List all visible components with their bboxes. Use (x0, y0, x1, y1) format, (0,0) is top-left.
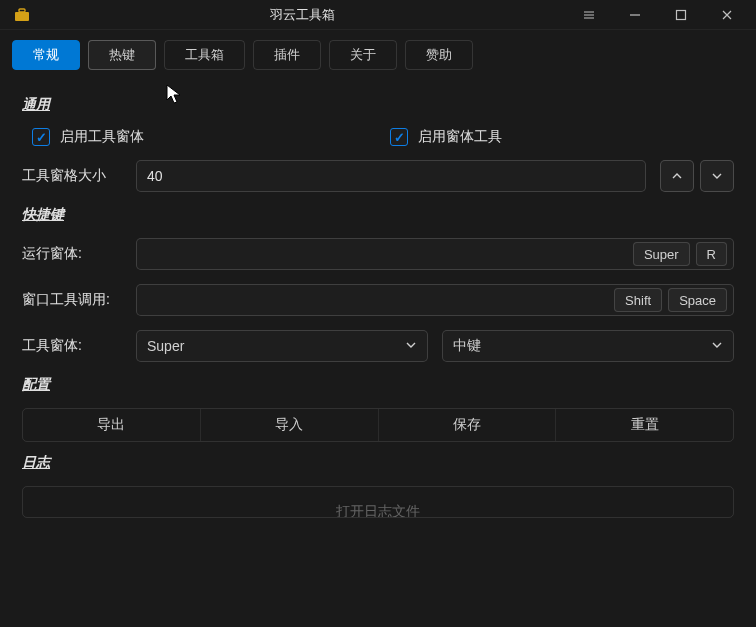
tab-about[interactable]: 关于 (329, 40, 397, 70)
maximize-button[interactable] (658, 0, 704, 30)
chevron-down-icon (405, 338, 417, 354)
minimize-button[interactable] (612, 0, 658, 30)
label-pane-size: 工具窗格大小 (22, 167, 122, 185)
tab-sponsor[interactable]: 赞助 (405, 40, 473, 70)
key-pill: Shift (614, 288, 662, 312)
input-window-tool-call[interactable]: Shift Space (136, 284, 734, 316)
config-buttons: 导出 导入 保存 重置 (22, 408, 734, 442)
app-icon (12, 5, 32, 25)
btn-open-log[interactable]: 打开日志文件 (22, 486, 734, 518)
content-pane: 通用 ✓ 启用工具窗体 ✓ 启用窗体工具 工具窗格大小 40 快捷键 运行窗体:… (0, 78, 756, 518)
tab-bar: 常规 热键 工具箱 插件 关于 赞助 (0, 30, 756, 78)
close-button[interactable] (704, 0, 750, 30)
input-pane-size[interactable]: 40 (136, 160, 646, 192)
key-pill: Space (668, 288, 727, 312)
select-modifier[interactable]: Super (136, 330, 428, 362)
label-tool-window: 工具窗体: (22, 337, 122, 355)
tab-toolbox[interactable]: 工具箱 (164, 40, 245, 70)
section-log: 日志 (22, 454, 734, 472)
svg-rect-0 (15, 12, 29, 21)
section-shortcuts: 快捷键 (22, 206, 734, 224)
check-icon: ✓ (394, 130, 405, 145)
menu-button[interactable] (566, 0, 612, 30)
check-icon: ✓ (36, 130, 47, 145)
pane-size-down[interactable] (700, 160, 734, 192)
pane-size-up[interactable] (660, 160, 694, 192)
tab-plugins[interactable]: 插件 (253, 40, 321, 70)
label-run-window: 运行窗体: (22, 245, 122, 263)
key-pill: Super (633, 242, 690, 266)
section-general: 通用 (22, 96, 734, 114)
btn-save[interactable]: 保存 (378, 409, 556, 441)
label-enable-window-tool: 启用窗体工具 (418, 128, 502, 146)
app-title: 羽云工具箱 (38, 6, 566, 24)
svg-rect-2 (677, 10, 686, 19)
checkbox-enable-window-tool[interactable]: ✓ (390, 128, 408, 146)
section-config: 配置 (22, 376, 734, 394)
label-enable-tool-window: 启用工具窗体 (60, 128, 144, 146)
key-pill: R (696, 242, 727, 266)
svg-rect-1 (19, 9, 25, 12)
titlebar: 羽云工具箱 (0, 0, 756, 30)
label-window-tool-call: 窗口工具调用: (22, 291, 122, 309)
select-mouse-button[interactable]: 中键 (442, 330, 734, 362)
btn-reset[interactable]: 重置 (555, 409, 733, 441)
checkbox-enable-tool-window[interactable]: ✓ (32, 128, 50, 146)
btn-export[interactable]: 导出 (23, 409, 200, 441)
btn-import[interactable]: 导入 (200, 409, 378, 441)
tab-hotkeys[interactable]: 热键 (88, 40, 156, 70)
input-run-window[interactable]: Super R (136, 238, 734, 270)
chevron-down-icon (711, 338, 723, 354)
tab-general[interactable]: 常规 (12, 40, 80, 70)
